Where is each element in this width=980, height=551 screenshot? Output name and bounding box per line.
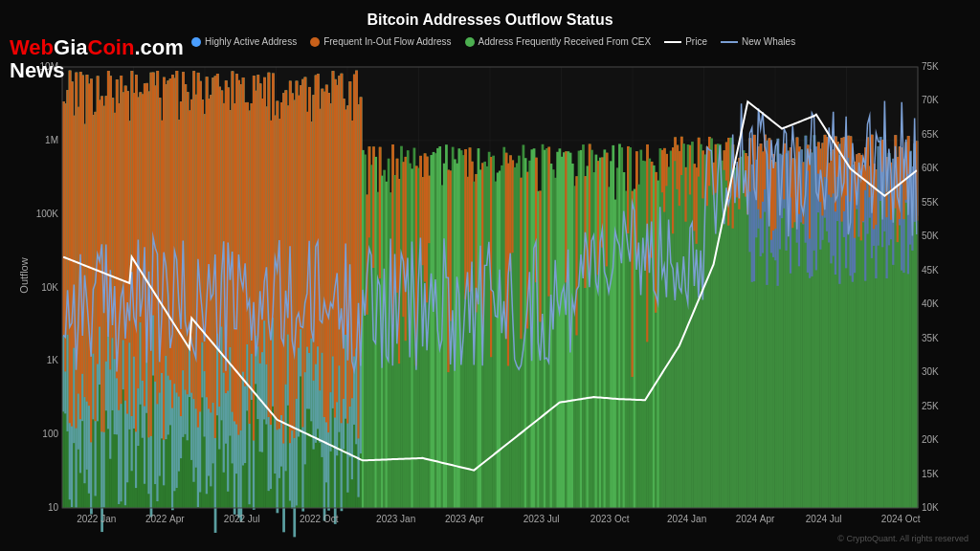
legend-label-cex: Address Frequently Received From CEX xyxy=(479,36,652,47)
watermark-web: Web xyxy=(10,35,54,59)
legend-line-whales xyxy=(721,41,738,43)
watermark-com: .com xyxy=(134,35,183,59)
legend-item-cex: Address Frequently Received From CEX xyxy=(465,36,652,47)
watermark: WebGiaCoin.com News xyxy=(10,36,184,82)
legend-item-price: Price xyxy=(664,36,707,47)
legend-item-whales: New Whales xyxy=(721,36,795,47)
chart-container: Bitcoin Addresses Outflow Status WebGiaC… xyxy=(0,0,980,551)
legend-dot-frequent xyxy=(310,37,320,47)
legend-label-whales: New Whales xyxy=(742,36,795,47)
watermark-coin: Coin xyxy=(88,35,135,59)
legend: Highly Active Address Frequent In-Out Fl… xyxy=(191,36,970,47)
chart-title: Bitcoin Addresses Outflow Status xyxy=(0,11,980,29)
legend-item-highly-active: Highly Active Address xyxy=(191,36,297,47)
legend-line-price xyxy=(664,41,681,43)
legend-label-frequent: Frequent In-Out Flow Address xyxy=(323,36,451,47)
legend-label-price: Price xyxy=(685,36,707,47)
y-axis-label: Outflow xyxy=(18,257,30,293)
legend-label-highly-active: Highly Active Address xyxy=(205,36,297,47)
copyright: © CryptoQuant. All rights reserved xyxy=(837,534,969,543)
legend-dot-highly-active xyxy=(191,37,201,47)
legend-item-frequent: Frequent In-Out Flow Address xyxy=(310,36,451,47)
legend-dot-cex xyxy=(465,37,475,47)
watermark-news: News xyxy=(10,58,64,82)
watermark-gia: Gia xyxy=(54,35,87,59)
